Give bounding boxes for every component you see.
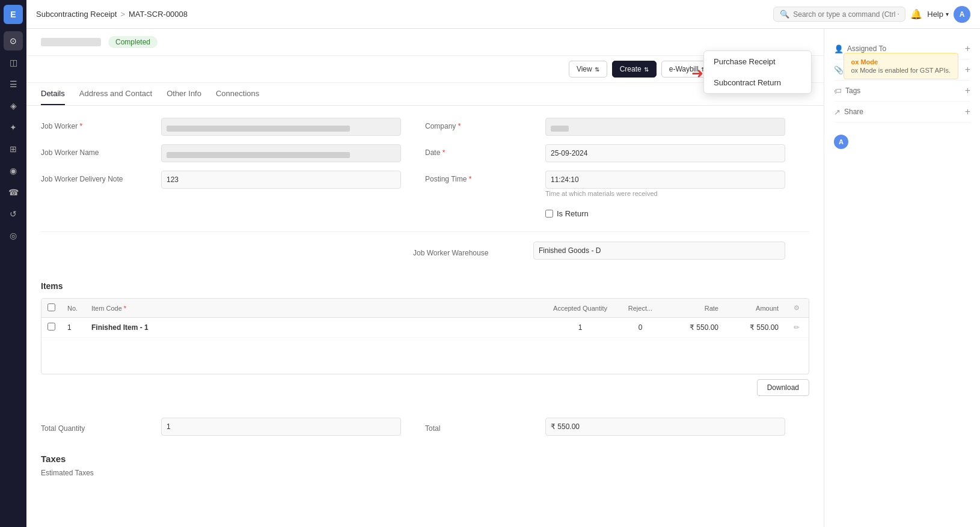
sidebar-icon-refresh[interactable]: ↺ bbox=[4, 204, 23, 224]
share-add-button[interactable]: + bbox=[965, 106, 970, 117]
dropdown-subcontract-return[interactable]: Subcontract Return bbox=[704, 72, 811, 93]
breadcrumb-parent[interactable]: Subcontracting Receipt bbox=[36, 10, 117, 19]
col-header-settings: ⚙ bbox=[785, 299, 809, 318]
sidebar-icon-circle[interactable]: ◉ bbox=[4, 161, 23, 180]
tab-address[interactable]: Address and Contact bbox=[79, 83, 152, 105]
gst-notice: ox Mode ox Mode is enabled for GST APIs. bbox=[844, 53, 959, 79]
delivery-note-input[interactable] bbox=[161, 171, 401, 189]
is-return-checkbox[interactable] bbox=[545, 210, 553, 218]
tab-connections[interactable]: Connections bbox=[216, 83, 259, 105]
posting-time-group: Posting Time * Time at which materials w… bbox=[425, 171, 809, 197]
sidebar-icon-stock[interactable]: ◈ bbox=[4, 96, 23, 115]
row-checkbox-cell bbox=[41, 318, 61, 338]
form-grid: Job Worker * Job Worker Name bbox=[41, 118, 809, 227]
help-button[interactable]: Help ▾ bbox=[927, 10, 949, 19]
delivery-note-label: Job Worker Delivery Note bbox=[41, 171, 161, 183]
breadcrumb-separator: > bbox=[120, 10, 125, 19]
sidebar-icon-grid[interactable]: ⊞ bbox=[4, 139, 23, 159]
table-header-row: No. Item Code * Accepted Quantity Reject… bbox=[41, 299, 809, 318]
job-worker-label: Job Worker * bbox=[41, 118, 161, 130]
company-input[interactable] bbox=[545, 118, 785, 136]
posting-time-container: Time at which materials were received bbox=[545, 171, 785, 197]
total-amount-input[interactable] bbox=[545, 418, 785, 436]
estimated-taxes-label: Estimated Taxes bbox=[41, 469, 809, 477]
breadcrumb: Subcontracting Receipt > MAT-SCR-00008 bbox=[36, 10, 768, 19]
totals-section: Total Quantity Total bbox=[26, 418, 824, 442]
view-button[interactable]: View ⇅ bbox=[569, 61, 607, 78]
total-quantity-group: Total Quantity bbox=[41, 418, 425, 436]
posting-time-required: * bbox=[469, 175, 472, 183]
row-edit-cell: ✏ bbox=[785, 318, 809, 338]
items-section: Items No. Item Code bbox=[26, 281, 824, 418]
right-panel: 👤 Assigned To + 📎 Attachments + bbox=[824, 29, 980, 527]
rp-tags-label: 🏷 Tags bbox=[834, 87, 860, 96]
table-settings-icon[interactable]: ⚙ bbox=[794, 304, 800, 311]
rp-user-avatar: A bbox=[834, 135, 848, 149]
table-row: 1 Finished Item - 1 1 0 ₹ 550.00 ₹ 550.0… bbox=[41, 318, 809, 338]
total-amount-label: Total bbox=[425, 420, 545, 433]
content-area: Completed View ⇅ Create ⇅ e-Waybill ⇅ bbox=[26, 29, 980, 527]
main-area: Subcontracting Receipt > MAT-SCR-00008 🔍… bbox=[26, 0, 980, 527]
warehouse-form-group: Job Worker Warehouse bbox=[413, 242, 809, 260]
is-return-group: Is Return bbox=[425, 206, 809, 218]
row-rate: ₹ 550.00 bbox=[664, 318, 724, 338]
create-label: Create bbox=[620, 65, 642, 73]
view-chevron-icon: ⇅ bbox=[595, 66, 599, 73]
status-badge: Completed bbox=[108, 36, 158, 48]
rp-share-row: ↗ Share + bbox=[834, 102, 970, 123]
search-input[interactable] bbox=[793, 10, 899, 19]
job-worker-input[interactable] bbox=[161, 118, 401, 136]
warehouse-row: Job Worker Warehouse bbox=[41, 242, 809, 260]
topbar: Subcontracting Receipt > MAT-SCR-00008 🔍… bbox=[26, 0, 980, 29]
help-label: Help bbox=[927, 10, 943, 19]
posting-time-label: Posting Time * bbox=[425, 171, 545, 183]
topbar-right: 🔍 🔔 Help ▾ A bbox=[773, 6, 970, 23]
doc-title-blurred bbox=[41, 38, 101, 46]
col-header-no: No. bbox=[61, 299, 85, 318]
job-worker-name-input[interactable] bbox=[161, 144, 401, 162]
total-quantity-input[interactable] bbox=[161, 418, 401, 436]
help-chevron-icon: ▾ bbox=[946, 11, 949, 17]
col-header-rejected: Reject... bbox=[616, 299, 664, 318]
select-all-checkbox[interactable] bbox=[47, 303, 55, 311]
attachments-add-button[interactable]: + bbox=[965, 64, 970, 75]
is-return-checkbox-group: Is Return bbox=[545, 206, 589, 218]
tags-icon: 🏷 bbox=[834, 87, 842, 96]
company-label: Company * bbox=[425, 118, 545, 130]
tab-other[interactable]: Other Info bbox=[167, 83, 201, 105]
item-code-required: * bbox=[124, 305, 126, 312]
sidebar-icon-star[interactable]: ✦ bbox=[4, 118, 23, 137]
create-dropdown-menu: Purchase Receipt Subcontract Return bbox=[703, 50, 812, 94]
row-item-code: Finished Item - 1 bbox=[85, 318, 544, 338]
dropdown-purchase-receipt[interactable]: Purchase Receipt bbox=[704, 51, 811, 72]
row-checkbox[interactable] bbox=[47, 323, 55, 331]
user-avatar[interactable]: A bbox=[954, 6, 970, 23]
tab-details[interactable]: Details bbox=[41, 83, 65, 105]
sidebar-icon-accounts[interactable]: ◫ bbox=[4, 53, 23, 72]
taxes-title: Taxes bbox=[41, 454, 809, 464]
company-group: Company * bbox=[425, 118, 809, 136]
view-label: View bbox=[577, 65, 592, 73]
create-button[interactable]: Create ⇅ bbox=[612, 61, 657, 78]
tags-add-button[interactable]: + bbox=[965, 85, 970, 96]
sidebar-icon-phone[interactable]: ☎ bbox=[4, 183, 23, 202]
row-edit-icon[interactable]: ✏ bbox=[794, 323, 800, 332]
download-button[interactable]: Download bbox=[757, 379, 809, 396]
warehouse-input[interactable] bbox=[533, 242, 785, 260]
notification-bell-icon[interactable]: 🔔 bbox=[910, 8, 922, 20]
job-worker-name-label: Job Worker Name bbox=[41, 144, 161, 157]
search-box[interactable]: 🔍 bbox=[773, 7, 905, 22]
sidebar-icon-list[interactable]: ☰ bbox=[4, 75, 23, 94]
date-input[interactable] bbox=[545, 144, 785, 162]
sidebar-icon-home[interactable]: ⊙ bbox=[4, 31, 23, 50]
items-title: Items bbox=[41, 281, 809, 291]
app-logo[interactable]: E bbox=[4, 5, 23, 24]
search-icon: 🔍 bbox=[780, 10, 789, 19]
section-divider bbox=[41, 231, 809, 232]
is-return-label bbox=[425, 206, 545, 210]
date-label: Date * bbox=[425, 144, 545, 157]
sidebar-icon-settings[interactable]: ◎ bbox=[4, 226, 23, 245]
assigned-add-button[interactable]: + bbox=[965, 43, 970, 54]
posting-time-input[interactable] bbox=[545, 171, 785, 189]
rp-assigned-label: 👤 Assigned To bbox=[834, 44, 886, 53]
